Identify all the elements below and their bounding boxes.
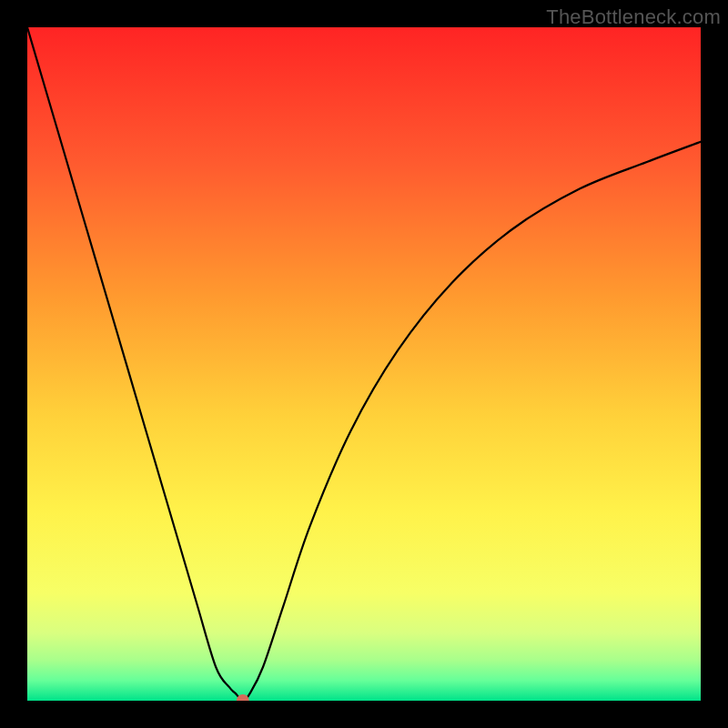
- gradient-background: [27, 27, 701, 701]
- bottleneck-chart: [27, 27, 701, 701]
- watermark-text: TheBottleneck.com: [546, 5, 721, 29]
